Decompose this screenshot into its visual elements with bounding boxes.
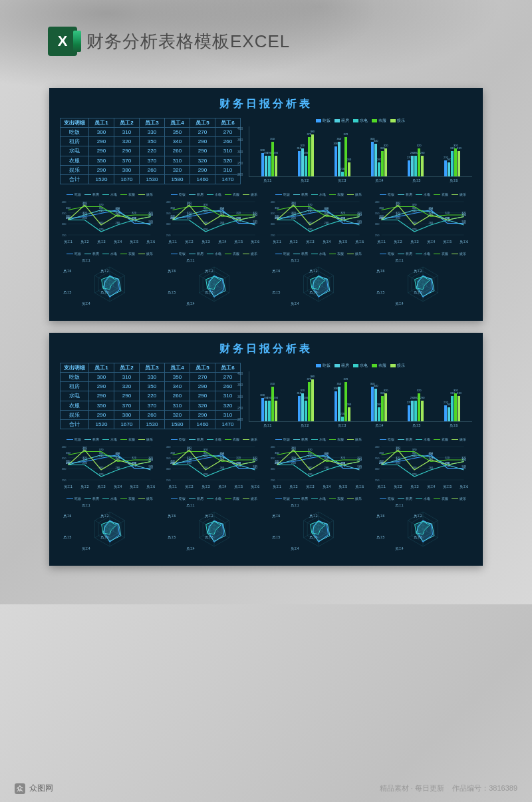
bar: 270 [444,160,447,177]
svg-text:370: 370 [412,448,417,451]
x-label: 员工6 [450,178,458,182]
bar: 350 [371,387,374,422]
svg-text:320: 320 [82,456,87,459]
svg-text:260: 260 [357,221,362,224]
bar: 310 [298,396,301,422]
svg-text:260: 260 [99,466,104,469]
svg-text:220: 220 [203,228,208,231]
table-cell: 260 [215,137,241,146]
svg-text:250: 250 [166,479,171,482]
svg-text:370: 370 [308,203,313,206]
svg-text:310: 310 [253,458,257,461]
bar: 320 [384,148,387,176]
svg-text:300: 300 [375,467,380,471]
x-label: 员工2 [301,423,309,427]
svg-text:260: 260 [429,221,434,224]
table-cell: 220 [140,391,165,401]
bar-group: 270260310320310 [444,148,460,176]
table-cell: 270 [215,128,241,137]
table-cell: 340 [165,382,190,391]
bar-group: 350340260310320 [371,142,387,177]
table-cell: 1460 [190,419,215,429]
svg-text:380: 380 [396,201,400,204]
table-row: 租房290320350340290260 [61,382,241,391]
svg-text:290: 290 [379,461,384,465]
bar-group: 300290290350290 [261,142,277,177]
svg-text:260: 260 [220,221,225,224]
svg-text:260: 260 [253,221,257,224]
legend: 吃饭租房水电衣服娱乐 [164,497,263,501]
svg-text:310: 310 [148,213,153,216]
x-axis: 员工1员工2员工3员工4员工5员工6 [373,240,472,244]
table-row: 娱乐290380260320290310 [61,165,241,174]
top-row: 支出明细员工1员工2员工3员工4员工5员工6吃饭3003103303502702… [60,363,472,429]
bar: 290 [268,156,271,177]
table-row: 水电290290220260290310 [61,146,241,156]
table-cell: 350 [140,382,165,391]
bar: 290 [411,156,414,177]
svg-text:220: 220 [308,473,313,476]
svg-text:320: 320 [132,211,136,214]
bar: 260 [348,162,350,176]
svg-text:290: 290 [170,461,175,465]
svg-text:320: 320 [116,211,120,214]
table-cell: 290 [190,382,215,391]
dashboard-title: 财务日报分析表 [60,97,472,111]
table-row: 娱乐290380260320290310 [61,410,241,419]
x-label: 员工1 [263,178,272,182]
svg-text:250: 250 [62,479,66,482]
legend-item: 吃饭 [316,118,331,124]
bar: 330 [334,391,337,422]
bar: 320 [454,393,457,421]
svg-text:380: 380 [187,201,192,204]
x-label: 员工3 [338,423,346,427]
bar: 290 [414,156,417,177]
table-cell: 370 [114,156,140,165]
svg-text:300: 300 [375,222,380,226]
bar: 310 [458,151,460,177]
svg-text:250: 250 [271,234,275,237]
svg-text:300: 300 [62,467,66,471]
svg-text:290: 290 [379,216,384,220]
svg-text:250: 250 [375,234,380,237]
svg-text:400: 400 [166,200,171,204]
x-label: 员工1 [263,423,272,427]
data-table: 支出明细员工1员工2员工3员工4员工5员工6吃饭3003103303502702… [60,118,241,184]
bar: 290 [421,401,424,422]
bar: 370 [308,382,311,422]
svg-text:260: 260 [462,221,466,224]
table-cell: 娱乐 [61,165,89,174]
table-header: 员工4 [165,363,190,373]
table-cell: 310 [165,401,190,410]
legend: 吃饭租房水电衣服娱乐 [164,252,263,256]
table-cell: 290 [89,137,114,146]
svg-text:290: 290 [170,216,175,220]
table-cell: 衣服 [61,156,89,165]
bar: 350 [371,142,374,177]
radar-chart: 吃饭租房水电衣服娱乐员工1员工2员工3员工4员工5员工6 [164,497,263,556]
svg-text:250: 250 [375,479,380,482]
table-cell: 380 [114,410,140,419]
svg-text:300: 300 [271,467,275,471]
bar: 350 [271,387,274,422]
radar-chart-row: 吃饭租房水电衣服娱乐员工1员工2员工3员工4员工5员工6吃饭租房水电衣服娱乐员工… [60,497,472,556]
excel-icon: X [48,27,77,56]
bar-group: 270290290320290 [408,393,424,421]
bar: 290 [414,401,417,422]
table-cell: 310 [114,373,140,382]
bar-group: 350340260310320 [371,387,387,422]
svg-text:400: 400 [166,445,171,449]
svg-text:290: 290 [132,216,136,220]
svg-text:320: 320 [340,211,345,214]
table-cell: 1670 [114,174,140,184]
page-title: 财务分析表格模板EXCEL [86,30,290,53]
legend: 吃饭租房水电衣服娱乐 [373,437,472,441]
legend: 吃饭租房水电衣服娱乐 [60,252,159,256]
table-cell: 320 [215,156,241,165]
table-cell: 350 [89,156,114,165]
bar: 370 [308,137,311,177]
table-cell: 1470 [215,419,241,429]
svg-text:320: 320 [220,456,225,459]
svg-text:400: 400 [62,200,66,204]
svg-text:380: 380 [82,446,87,449]
